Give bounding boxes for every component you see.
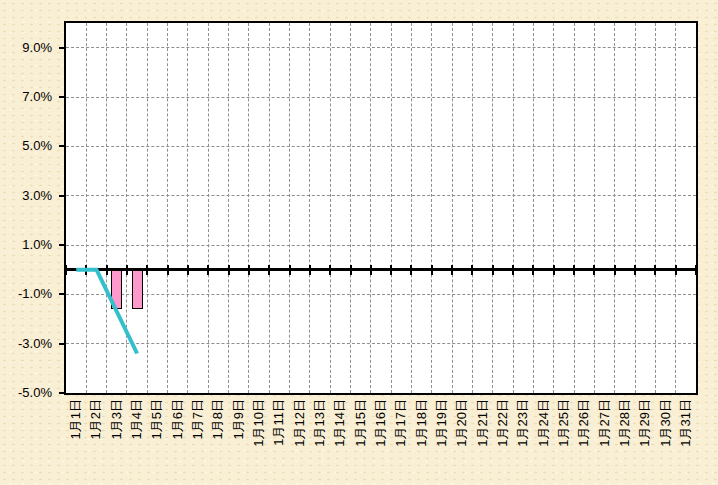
line-series-path: [76, 270, 137, 354]
x-axis-label: 1月26日: [577, 399, 591, 447]
y-axis-tick: [59, 244, 64, 246]
y-axis-tick: [59, 145, 64, 147]
x-axis-label: 1月14日: [333, 399, 347, 447]
x-axis-label: 1月2日: [89, 399, 103, 439]
x-axis-label: 1月24日: [537, 399, 551, 447]
y-axis-label: -1.0%: [0, 286, 52, 302]
y-axis-label: 3.0%: [0, 188, 52, 204]
y-axis-label: 5.0%: [0, 138, 52, 154]
y-axis-tick: [59, 47, 64, 49]
x-axis-label: 1月12日: [293, 399, 307, 447]
x-axis-label: 1月20日: [455, 399, 469, 447]
x-axis-label: 1月3日: [110, 399, 124, 439]
x-axis-label: 1月18日: [415, 399, 429, 447]
y-axis-tick: [59, 195, 64, 197]
line-series: [66, 23, 696, 393]
y-axis-label: -3.0%: [0, 336, 52, 352]
y-axis-label: -5.0%: [0, 385, 52, 401]
x-axis-label: 1月13日: [313, 399, 327, 447]
x-axis-label: 1月30日: [659, 399, 673, 447]
x-axis-label: 1月27日: [598, 399, 612, 447]
x-axis-label: 1月6日: [171, 399, 185, 439]
x-axis-label: 1月4日: [130, 399, 144, 439]
x-axis-label: 1月16日: [374, 399, 388, 447]
x-axis-label: 1月23日: [516, 399, 530, 447]
x-axis-label: 1月7日: [191, 399, 205, 439]
x-axis-label: 1月22日: [496, 399, 510, 447]
x-axis-label: 1月29日: [638, 399, 652, 447]
y-axis-label: 1.0%: [0, 237, 52, 253]
x-axis-label: 1月15日: [354, 399, 368, 447]
y-axis-tick: [59, 392, 64, 394]
x-axis-label: 1月5日: [150, 399, 164, 439]
x-axis-label: 1月1日: [69, 399, 83, 439]
plot-area: [64, 21, 698, 395]
x-axis-label: 1月21日: [476, 399, 490, 447]
y-axis-label: 7.0%: [0, 89, 52, 105]
x-axis-label: 1月28日: [618, 399, 632, 447]
x-axis-label: 1月19日: [435, 399, 449, 447]
x-axis-label: 1月17日: [394, 399, 408, 447]
y-axis-tick: [59, 96, 64, 98]
chart: 9.0%7.0%5.0%3.0%1.0%-1.0%-3.0%-5.0% 1月1日…: [0, 0, 718, 485]
x-axis-label: 1月31日: [679, 399, 693, 447]
y-axis-tick: [59, 293, 64, 295]
x-axis-label: 1月8日: [211, 399, 225, 439]
y-axis-tick: [59, 343, 64, 345]
x-axis-label: 1月25日: [557, 399, 571, 447]
x-axis-label: 1月9日: [232, 399, 246, 439]
y-axis-label: 9.0%: [0, 40, 52, 56]
x-axis-label: 1月10日: [252, 399, 266, 447]
x-axis-label: 1月11日: [272, 399, 286, 446]
